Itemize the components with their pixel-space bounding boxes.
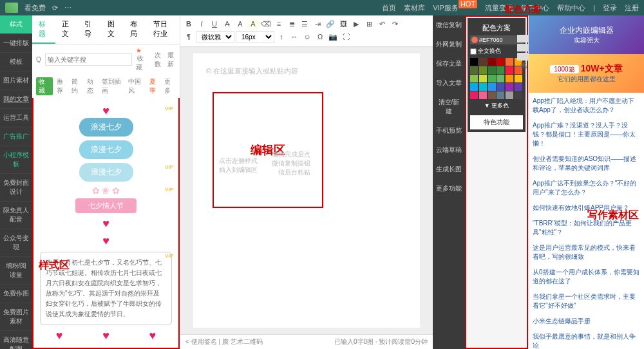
font-size-select[interactable]: 16px xyxy=(236,31,274,42)
color-swatch[interactable] xyxy=(488,66,496,74)
align-center-icon[interactable]: ≣ xyxy=(286,18,298,30)
color-swatch[interactable] xyxy=(515,75,522,82)
article-list[interactable]: 写作素材区 App推广陷入绝境：用户不愿主动下载App了，创业者该怎么办？App… xyxy=(529,93,644,349)
tab-body[interactable]: 正文 xyxy=(55,15,79,44)
rail-fans[interactable]: 增粉/阅读量 xyxy=(0,257,32,285)
logo[interactable] xyxy=(5,3,18,13)
emoji-icon[interactable]: ☺ xyxy=(301,31,313,42)
search-icon[interactable]: Q xyxy=(35,56,43,63)
article-link[interactable]: 当我们拿星一个社区类需求时，主要看它"好不好做" xyxy=(533,292,640,310)
side-tab-good[interactable]: 好文 xyxy=(517,44,529,52)
tab-guide[interactable]: 引导 xyxy=(78,15,101,44)
undo-icon[interactable]: ↶ xyxy=(376,18,388,30)
fav-action[interactable]: ★收藏 xyxy=(135,47,151,72)
rail-template[interactable]: 模板 xyxy=(0,53,32,71)
article-link[interactable]: 小米生态链爆品手册 xyxy=(533,317,640,326)
style-card-heart2[interactable]: ♥ xyxy=(37,234,175,248)
color-swatch[interactable] xyxy=(488,75,496,82)
rail-images[interactable]: 图片素材 xyxy=(0,71,32,90)
color-swatch[interactable] xyxy=(506,75,513,82)
action-web-copy[interactable]: 外网复制 xyxy=(433,35,465,54)
font-family-select[interactable]: 微软雅黑 xyxy=(196,31,234,42)
bgcolor-icon[interactable]: A xyxy=(247,18,259,30)
color-swatch[interactable] xyxy=(479,83,487,91)
color-swatch[interactable] xyxy=(470,75,478,82)
filter-chinese[interactable]: 中国风 xyxy=(128,77,145,95)
rail-style[interactable]: 样式 xyxy=(0,15,32,34)
rail-monetize[interactable]: 公众号变现 xyxy=(0,229,32,257)
filter-signin[interactable]: 签到插画 xyxy=(102,77,124,95)
color-swatch[interactable] xyxy=(470,58,478,66)
list-icon[interactable]: ☰ xyxy=(299,18,310,30)
count-action[interactable]: 次数 xyxy=(153,51,164,69)
rail-myarticles[interactable]: 我的文章 xyxy=(0,90,32,109)
lineheight-icon[interactable]: ↕ xyxy=(276,31,287,42)
article-link[interactable]: App推广难？没渠道？没人手？没钱？都是借口！主要原因是——你太懒！ xyxy=(533,121,640,148)
rail-voice[interactable]: 限免真人配音 xyxy=(0,202,32,229)
editor-content[interactable]: © 在这里直接输入或粘贴内容 编辑区 点击左侧样式 插入到编辑区 编辑完成后点 … xyxy=(193,53,420,328)
nav-home[interactable]: 首页 xyxy=(382,3,396,13)
rail-draw[interactable]: 免费作图 xyxy=(0,285,32,303)
color-swatch[interactable] xyxy=(497,83,504,91)
clear-icon[interactable]: ⌫ xyxy=(260,18,272,30)
refresh-icon[interactable]: ⟳ xyxy=(52,4,58,12)
action-preview[interactable]: 手机预览 xyxy=(433,121,465,140)
more-icon[interactable]: ⋯ xyxy=(64,4,71,12)
color-swatch[interactable] xyxy=(497,75,504,82)
color-swatch[interactable] xyxy=(515,66,522,74)
promo-articles[interactable]: 1000篇 10W+文章 它们的用图都在这里 xyxy=(529,54,644,93)
action-more[interactable]: 更多功能 xyxy=(433,179,465,198)
tab-title[interactable]: 标题 xyxy=(32,15,55,44)
style-card-4[interactable]: ✿ ❀ ✿ 七夕情人节 VIP xyxy=(37,185,175,213)
heart-divider[interactable]: ♥ ♥ ♥ xyxy=(36,329,176,343)
rail-cover[interactable]: 免费封面设计 xyxy=(0,174,32,202)
color-swatch[interactable] xyxy=(506,91,513,99)
italic-icon[interactable]: I xyxy=(196,18,207,30)
color-swatch[interactable] xyxy=(488,83,496,91)
article-link[interactable]: 从0搭建一个用户成长体系，你需要知道的都在这了 xyxy=(533,268,640,286)
side-tab-news[interactable]: 资讯 xyxy=(517,53,529,61)
rail-miniprogram[interactable]: 小程序模板 xyxy=(0,146,32,174)
new-action[interactable]: 最新 xyxy=(166,51,177,69)
article-link[interactable]: 创业者需要知道的ASO知识——描述和评论，苹果的关键词词库 xyxy=(533,155,640,173)
full-replace-check[interactable]: 全文换色 xyxy=(470,47,523,55)
color-swatch[interactable] xyxy=(515,91,522,99)
nav-vip[interactable]: VIP服务HOT xyxy=(433,3,477,13)
color-swatch[interactable] xyxy=(515,83,522,91)
color-swatch[interactable] xyxy=(488,91,496,99)
more-colors[interactable]: ▼ 更多色 xyxy=(470,99,523,113)
color-swatch[interactable] xyxy=(479,66,487,74)
underline-icon[interactable]: U xyxy=(209,18,220,30)
action-longimg[interactable]: 生成长图 xyxy=(433,160,465,179)
rail-freeimg[interactable]: 免费图片素材 xyxy=(0,303,32,331)
color-swatch[interactable] xyxy=(497,91,504,99)
article-link[interactable]: 这是用户运营最常见的模式，快来看看吧，写的很细致 xyxy=(533,243,640,261)
strike-icon[interactable]: A̶ xyxy=(222,18,233,30)
rail-hdimg[interactable]: 高清随意配图 xyxy=(0,331,32,349)
image-icon[interactable]: 🖼 xyxy=(337,18,349,30)
promo-editor[interactable]: 企业内嵌编辑器 实容强大 xyxy=(529,15,644,54)
article-link[interactable]: App推广陷入绝境：用户不愿主动下载App了，创业者该怎么办？ xyxy=(533,97,640,115)
color-swatch[interactable] xyxy=(479,91,487,99)
color-swatch[interactable] xyxy=(506,66,513,74)
video-icon[interactable]: ▶ xyxy=(350,18,362,30)
action-save[interactable]: 保存文章 xyxy=(433,54,465,73)
style-card-heart[interactable]: ♥ xyxy=(37,217,175,231)
align-left-icon[interactable]: ≡ xyxy=(273,18,285,30)
camera-icon[interactable]: 📷 xyxy=(327,31,339,42)
filter-rec[interactable]: 推荐 xyxy=(57,77,68,95)
side-tab-hot[interactable]: 热门 xyxy=(517,35,529,42)
tab-imgtext[interactable]: 图文 xyxy=(101,15,124,44)
nav-register[interactable]: 注册 xyxy=(625,3,639,13)
table-icon[interactable]: ⊞ xyxy=(363,18,375,30)
bold-icon[interactable]: B xyxy=(183,18,194,30)
redo-icon[interactable]: ↷ xyxy=(389,18,401,30)
style-card-3[interactable]: 浪漫七夕 VIP xyxy=(37,163,175,182)
search-input[interactable] xyxy=(45,53,132,66)
action-import[interactable]: 导入文章 xyxy=(433,73,465,93)
color-swatch[interactable] xyxy=(470,66,478,74)
action-clear[interactable]: 清空/新建 xyxy=(433,93,465,121)
rail-tools[interactable]: 运营工具 xyxy=(0,109,32,127)
full-replace-checkbox[interactable] xyxy=(470,48,477,55)
color-icon[interactable]: A xyxy=(234,18,246,30)
